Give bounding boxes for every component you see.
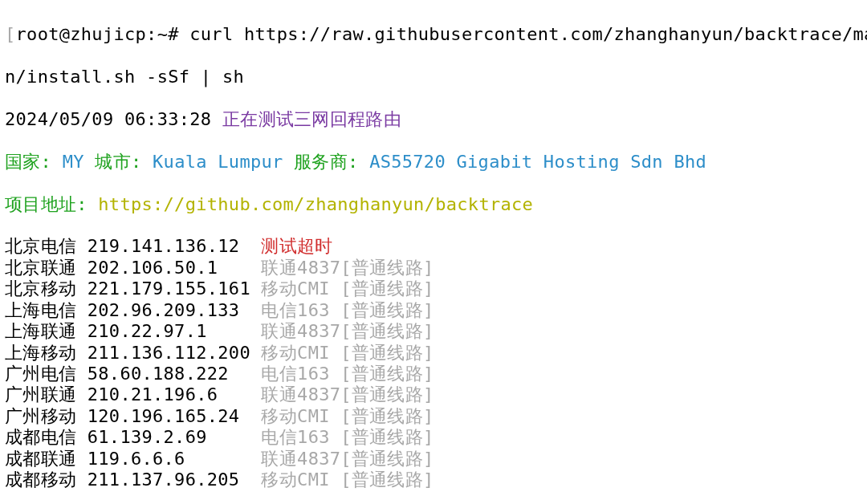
route-ip: 219.141.136.12 <box>88 236 262 256</box>
route-name: 成都联通 <box>5 449 88 469</box>
route-row: 北京联通 202.106.50.1 联通4837[普通线路] <box>5 258 862 278</box>
repo-label: 项目地址: <box>5 194 98 214</box>
cmd-text: root@zhujicp:~# curl https://raw.githubu… <box>16 24 867 44</box>
route-ip: 202.96.209.133 <box>88 300 262 320</box>
route-name: 广州联通 <box>5 384 88 404</box>
terminal-output: [root@zhujicp:~# curl https://raw.github… <box>0 0 867 504</box>
route-row: 广州移动 120.196.165.24 移动CMI [普通线路] <box>5 406 862 427</box>
route-row: 北京移动 221.179.155.161 移动CMI [普通线路] <box>5 278 862 299</box>
route-row: 成都移动 211.137.96.205 移动CMI [普通线路] <box>5 469 862 490</box>
route-ip: 202.106.50.1 <box>88 258 262 278</box>
route-row: 上海电信 202.96.209.133 电信163 [普通线路] <box>5 300 862 321</box>
route-row: 北京电信 219.141.136.12 测试超时 <box>5 236 862 257</box>
route-ip: 61.139.2.69 <box>88 427 262 447</box>
city-value: Kuala Lumpur <box>153 152 294 172</box>
route-row: 成都联通 119.6.6.6 联通4837[普通线路] <box>5 449 862 469</box>
route-result: 电信163 [普通线路] <box>261 300 434 320</box>
route-result: 测试超时 <box>261 236 332 256</box>
route-name: 成都移动 <box>5 469 88 490</box>
route-name: 上海移动 <box>5 343 88 363</box>
route-name: 广州电信 <box>5 364 88 384</box>
route-result: 移动CMI [普通线路] <box>261 406 434 426</box>
route-ip: 58.60.188.222 <box>88 364 262 384</box>
route-ip: 119.6.6.6 <box>88 449 262 469</box>
route-name: 上海电信 <box>5 300 88 320</box>
route-row: 上海联通 210.22.97.1 联通4837[普通线路] <box>5 321 862 342</box>
info-line: 国家: MY 城市: Kuala Lumpur 服务商: AS55720 Gig… <box>5 152 862 173</box>
route-ip: 210.22.97.1 <box>88 321 262 341</box>
testing-line: 2024/05/09 06:33:28 正在测试三网回程路由 <box>5 109 862 130</box>
city-label: 城市: <box>95 152 153 172</box>
prompt-line-1: [root@zhujicp:~# curl https://raw.github… <box>5 24 862 45</box>
isp-value: AS55720 Gigabit Hosting Sdn Bhd <box>369 152 706 172</box>
route-row: 成都电信 61.139.2.69 电信163 [普通线路] <box>5 427 862 448</box>
route-ip: 211.137.96.205 <box>88 469 262 490</box>
repo-url: https://github.com/zhanghanyun/backtrace <box>98 194 533 214</box>
route-name: 成都电信 <box>5 427 88 447</box>
route-result: 电信163 [普通线路] <box>261 364 434 384</box>
timestamp: 2024/05/09 06:33:28 <box>5 109 222 129</box>
route-result: 移动CMI [普通线路] <box>261 278 434 299</box>
route-result: 联通4837[普通线路] <box>261 321 434 341</box>
route-ip: 120.196.165.24 <box>88 406 262 426</box>
route-name: 北京联通 <box>5 258 88 278</box>
repo-line: 项目地址: https://github.com/zhanghanyun/bac… <box>5 194 862 215</box>
route-name: 北京电信 <box>5 236 88 256</box>
route-result: 联通4837[普通线路] <box>261 384 434 404</box>
route-ip: 211.136.112.200 <box>88 343 262 363</box>
route-row: 广州电信 58.60.188.222 电信163 [普通线路] <box>5 364 862 384</box>
country-label: 国家: <box>5 152 63 172</box>
isp-label: 服务商: <box>294 152 369 172</box>
route-ip: 210.21.196.6 <box>88 384 262 404</box>
route-name: 上海联通 <box>5 321 88 341</box>
route-name: 广州移动 <box>5 406 88 426</box>
route-result: 联通4837[普通线路] <box>261 258 434 278</box>
route-result: 联通4837[普通线路] <box>261 449 434 469</box>
route-ip: 221.179.155.161 <box>88 278 262 299</box>
testing-msg: 正在测试三网回程路由 <box>222 109 401 129</box>
route-result: 电信163 [普通线路] <box>261 427 434 447</box>
route-name: 北京移动 <box>5 278 88 299</box>
country-value: MY <box>63 152 96 172</box>
bracket: [ <box>5 24 16 44</box>
route-result: 移动CMI [普通线路] <box>261 469 434 490</box>
route-row: 广州联通 210.21.196.6 联通4837[普通线路] <box>5 384 862 405</box>
route-result: 移动CMI [普通线路] <box>261 343 434 363</box>
prompt-line-1b: n/install.sh -sSf | sh <box>5 67 862 87</box>
route-row: 上海移动 211.136.112.200 移动CMI [普通线路] <box>5 343 862 364</box>
